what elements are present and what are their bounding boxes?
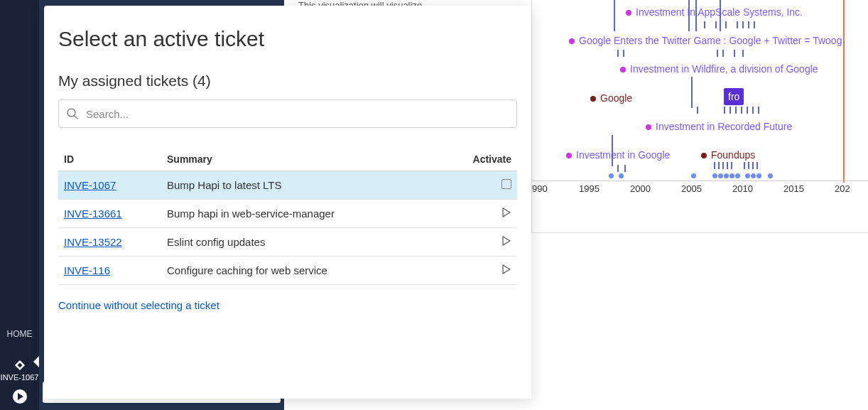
activate-play-icon[interactable] [501, 264, 511, 274]
timeline-axis-label: 202 [835, 183, 850, 194]
select-ticket-modal: Select an active ticket My assigned tick… [44, 6, 531, 399]
search-input[interactable] [86, 108, 509, 120]
ticket-summary: Configure caching for web service [161, 257, 460, 285]
svg-marker-7 [503, 237, 510, 245]
timeline-event[interactable]: Investment in Recorded Future [646, 121, 792, 132]
activate-play-icon[interactable] [501, 236, 511, 246]
column-id: ID [58, 148, 161, 171]
continue-without-ticket-link[interactable]: Continue without selecting a ticket [58, 299, 219, 311]
column-activate: Activate [460, 148, 517, 171]
timeline-event[interactable]: Foundups [701, 149, 755, 161]
svg-marker-6 [503, 208, 510, 217]
event-dot-icon [590, 96, 596, 102]
ticket-row[interactable]: INVE-116 Configure caching for web servi… [58, 257, 517, 285]
search-icon [66, 107, 79, 120]
timeline-axis-label: 2010 [732, 183, 753, 194]
timeline-axis-label: 2015 [783, 183, 804, 194]
activate-play-icon[interactable] [501, 207, 511, 217]
event-dot-icon [566, 153, 572, 158]
modal-subtitle: My assigned tickets (4) [58, 72, 517, 90]
event-dot-icon [569, 38, 575, 44]
modal-title: Select an active ticket [58, 27, 517, 51]
ticket-row[interactable]: INVE-1067 Bump Hapi to latest LTS [58, 171, 517, 200]
ticket-summary: Bump Hapi to latest LTS [161, 171, 460, 200]
sidebar-play-button[interactable] [0, 389, 39, 404]
column-summary: Summary [161, 148, 460, 171]
ticket-search[interactable] [58, 99, 517, 128]
ticket-summary: Eslint config updates [161, 228, 460, 257]
ticket-row[interactable]: INVE-13522 Eslint config updates [58, 228, 517, 257]
timeline-range-block[interactable]: fro [724, 88, 744, 105]
sidebar-home[interactable]: HOME [0, 329, 39, 339]
svg-line-5 [75, 116, 77, 119]
play-circle-icon [12, 389, 28, 404]
event-dot-icon [646, 124, 651, 130]
sidebar-active-ticket-label: INVE-1067 [1, 373, 39, 382]
app-sidebar: HOME INVE-1067 [0, 0, 39, 410]
timeline-axis [532, 180, 868, 181]
activate-checkbox[interactable] [501, 179, 511, 189]
svg-point-4 [67, 109, 75, 117]
ticket-summary: Bump hapi in web-service-manager [161, 200, 460, 228]
timeline-axis-label: 990 [532, 183, 548, 194]
event-dot-icon [701, 153, 707, 158]
timeline-axis-label: 1995 [579, 183, 600, 194]
ticket-id-link[interactable]: INVE-13522 [64, 236, 122, 248]
ticket-table: ID Summary Activate INVE-1067 Bump Hapi … [58, 148, 517, 285]
timeline-event[interactable]: Investment in Wildfire, a division of Go… [620, 63, 818, 75]
timeline-axis-label: 2005 [681, 183, 702, 194]
timeline-now-marker [843, 0, 845, 183]
event-dot-icon [626, 10, 631, 16]
ticket-id-link[interactable]: INVE-116 [64, 264, 110, 276]
ticket-id-link[interactable]: INVE-1067 [64, 179, 116, 191]
timeline-event[interactable]: Investment in Google [566, 149, 670, 161]
sidebar-pointer-icon [33, 356, 39, 367]
timeline-chart: Investment In AppScale Systems, Inc. Goo… [531, 0, 868, 233]
svg-marker-8 [503, 265, 510, 274]
timeline-event[interactable]: Google Enters the Twitter Game : Google … [569, 35, 842, 46]
diamond-icon [13, 359, 26, 372]
timeline-event[interactable]: Google [590, 92, 632, 104]
ticket-id-link[interactable]: INVE-13661 [64, 207, 122, 220]
ticket-row[interactable]: INVE-13661 Bump hapi in web-service-mana… [58, 200, 517, 228]
timeline-axis-label: 2000 [630, 183, 651, 194]
timeline-event[interactable]: Investment In AppScale Systems, Inc. [626, 6, 803, 18]
event-dot-icon [620, 67, 626, 72]
